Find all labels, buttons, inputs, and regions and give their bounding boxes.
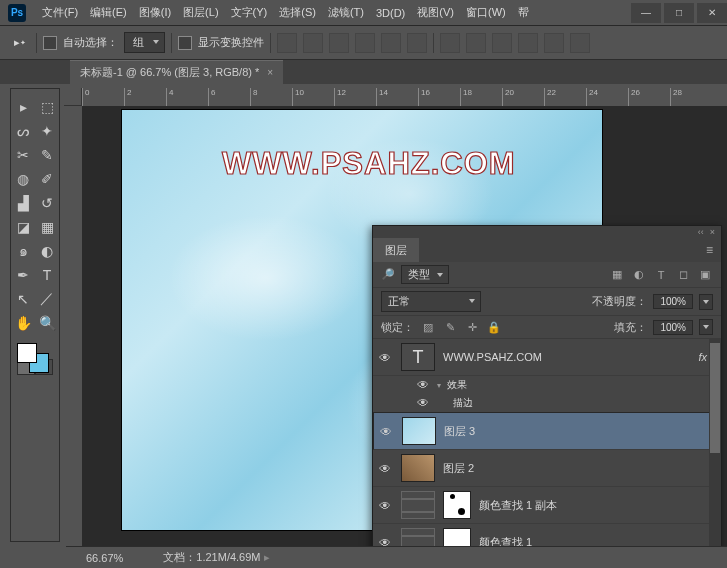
distribute-icon[interactable] xyxy=(440,33,460,53)
effects-group[interactable]: 👁▾效果 xyxy=(373,376,721,394)
auto-select-label: 自动选择： xyxy=(63,35,118,50)
visibility-icon[interactable]: 👁 xyxy=(380,425,394,437)
menu-select[interactable]: 选择(S) xyxy=(273,1,322,24)
close-icon[interactable]: × xyxy=(710,227,715,237)
blur-tool[interactable]: ๑ xyxy=(11,239,35,263)
align-icon[interactable] xyxy=(355,33,375,53)
collapse-icon[interactable]: ‹‹ xyxy=(698,227,704,237)
move-tool[interactable]: ▸ xyxy=(11,95,35,119)
kind-filter[interactable]: 类型 xyxy=(401,265,449,284)
menu-edit[interactable]: 编辑(E) xyxy=(84,1,133,24)
effect-stroke[interactable]: 👁描边 xyxy=(373,394,721,412)
lock-pixels-icon[interactable]: ✎ xyxy=(442,320,458,334)
marquee-tool[interactable]: ⬚ xyxy=(35,95,59,119)
visibility-icon[interactable]: 👁 xyxy=(379,499,393,511)
menu-view[interactable]: 视图(V) xyxy=(411,1,460,24)
doc-size[interactable]: 文档：1.21M/4.69M xyxy=(163,550,269,565)
opacity-dropdown[interactable] xyxy=(699,294,713,310)
layer-thumbnail xyxy=(401,454,435,482)
layer-name[interactable]: 图层 2 xyxy=(443,461,474,476)
scrollbar[interactable] xyxy=(709,339,721,564)
distribute-icon[interactable] xyxy=(518,33,538,53)
distribute-icon[interactable] xyxy=(466,33,486,53)
align-icon[interactable] xyxy=(303,33,323,53)
layer-name[interactable]: WWW.PSAHZ.COM xyxy=(443,351,542,363)
fill-label: 填充： xyxy=(614,320,647,335)
blend-mode-dropdown[interactable]: 正常 xyxy=(381,291,481,312)
pen-tool[interactable]: ✒ xyxy=(11,263,35,287)
crop-tool[interactable]: ✂ xyxy=(11,143,35,167)
type-tool[interactable]: T xyxy=(35,263,59,287)
menu-layer[interactable]: 图层(L) xyxy=(177,1,224,24)
foreground-color[interactable] xyxy=(17,343,37,363)
document-tab-bar: 未标题-1 @ 66.7% (图层 3, RGB/8) * × xyxy=(0,60,727,84)
show-transform-checkbox[interactable] xyxy=(178,36,192,50)
layer-row[interactable]: 👁 图层 3 xyxy=(373,412,721,450)
layer-row[interactable]: 👁 图层 2 xyxy=(373,450,721,487)
auto-select-dropdown[interactable]: 组 xyxy=(124,32,165,53)
lock-position-icon[interactable]: ✛ xyxy=(464,320,480,334)
lasso-tool[interactable]: ᔕ xyxy=(11,119,35,143)
opacity-value[interactable]: 100% xyxy=(653,294,693,309)
shape-tool[interactable]: ／ xyxy=(35,287,59,311)
layer-row[interactable]: 👁 颜色查找 1 副本 xyxy=(373,487,721,524)
history-brush-tool[interactable]: ↺ xyxy=(35,191,59,215)
zoom-level[interactable]: 66.67% xyxy=(86,552,123,564)
layers-tab[interactable]: 图层 xyxy=(373,238,419,263)
filter-adjust-icon[interactable]: ◐ xyxy=(631,268,647,282)
auto-select-checkbox[interactable] xyxy=(43,36,57,50)
canvas-text: WWW.PSAHZ.COM xyxy=(222,146,516,182)
menu-type[interactable]: 文字(Y) xyxy=(225,1,274,24)
lock-transparent-icon[interactable]: ▨ xyxy=(420,320,436,334)
panel-menu-icon[interactable]: ≡ xyxy=(698,243,721,257)
healing-tool[interactable]: ◍ xyxy=(11,167,35,191)
show-transform-label: 显示变换控件 xyxy=(198,35,264,50)
fill-dropdown[interactable] xyxy=(699,319,713,335)
distribute-icon[interactable] xyxy=(492,33,512,53)
menu-window[interactable]: 窗口(W) xyxy=(460,1,512,24)
visibility-icon[interactable]: 👁 xyxy=(379,351,393,363)
align-icon[interactable] xyxy=(329,33,349,53)
visibility-icon[interactable]: 👁 xyxy=(379,462,393,474)
filter-shape-icon[interactable]: ◻ xyxy=(675,268,691,282)
magic-wand-tool[interactable]: ✦ xyxy=(35,119,59,143)
fill-value[interactable]: 100% xyxy=(653,320,693,335)
layers-panel[interactable]: ‹‹× 图层 ≡ 🔎 类型 ▦ ◐ T ◻ ▣ 正常 不透明度： 100% 锁定… xyxy=(372,225,722,565)
distribute-icon[interactable] xyxy=(544,33,564,53)
layer-list: 👁 T WWW.PSAHZ.COM fx 👁▾效果 👁描边 👁 图层 3 👁 图… xyxy=(373,339,721,564)
menu-3d[interactable]: 3D(D) xyxy=(370,3,411,23)
menu-image[interactable]: 图像(I) xyxy=(133,1,177,24)
layer-row[interactable]: 👁 T WWW.PSAHZ.COM fx xyxy=(373,339,721,376)
path-select-tool[interactable]: ↖ xyxy=(11,287,35,311)
layer-name[interactable]: 颜色查找 1 副本 xyxy=(479,498,557,513)
document-tab[interactable]: 未标题-1 @ 66.7% (图层 3, RGB/8) * × xyxy=(70,60,283,84)
gradient-tool[interactable]: ▦ xyxy=(35,215,59,239)
menu-help[interactable]: 帮 xyxy=(512,1,535,24)
close-tab-icon[interactable]: × xyxy=(267,67,273,78)
stamp-tool[interactable]: ▟ xyxy=(11,191,35,215)
menu-filter[interactable]: 滤镜(T) xyxy=(322,1,370,24)
eraser-tool[interactable]: ◪ xyxy=(11,215,35,239)
window-close[interactable]: ✕ xyxy=(697,3,727,23)
zoom-tool[interactable]: 🔍 xyxy=(35,311,59,335)
window-maximize[interactable]: □ xyxy=(664,3,694,23)
layer-name[interactable]: 图层 3 xyxy=(444,424,475,439)
filter-smart-icon[interactable]: ▣ xyxy=(697,268,713,282)
dodge-tool[interactable]: ◐ xyxy=(35,239,59,263)
opacity-label: 不透明度： xyxy=(592,294,647,309)
filter-type-icon[interactable]: T xyxy=(653,268,669,282)
align-icon[interactable] xyxy=(381,33,401,53)
type-layer-icon: T xyxy=(401,343,435,371)
filter-pixel-icon[interactable]: ▦ xyxy=(609,268,625,282)
scroll-thumb[interactable] xyxy=(710,343,720,453)
color-swatches[interactable] xyxy=(11,339,59,379)
window-minimize[interactable]: — xyxy=(631,3,661,23)
brush-tool[interactable]: ✐ xyxy=(35,167,59,191)
hand-tool[interactable]: ✋ xyxy=(11,311,35,335)
align-icon[interactable] xyxy=(407,33,427,53)
lock-all-icon[interactable]: 🔒 xyxy=(486,320,502,334)
eyedropper-tool[interactable]: ✎ xyxy=(35,143,59,167)
align-icon[interactable] xyxy=(277,33,297,53)
distribute-icon[interactable] xyxy=(570,33,590,53)
menu-file[interactable]: 文件(F) xyxy=(36,1,84,24)
